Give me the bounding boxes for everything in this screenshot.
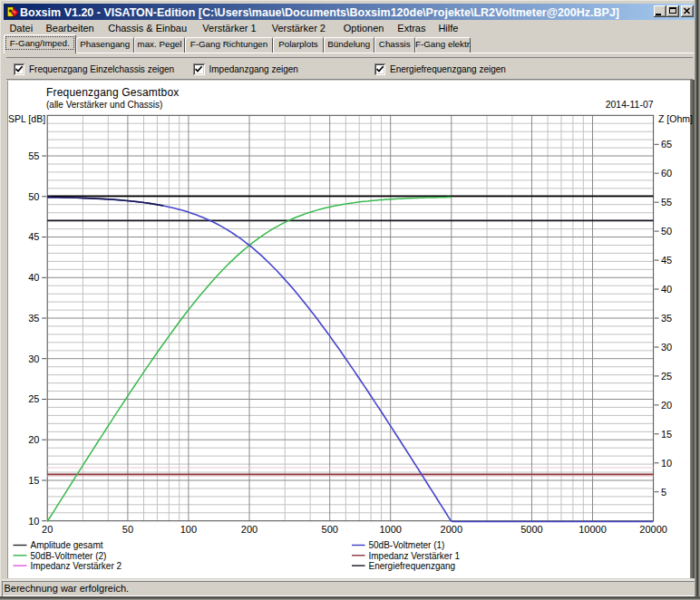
svg-text:10: 10 <box>661 458 672 469</box>
svg-text:10000: 10000 <box>578 524 607 535</box>
svg-text:15: 15 <box>661 429 672 440</box>
svg-text:55: 55 <box>661 197 672 208</box>
svg-text:2014-11-07: 2014-11-07 <box>606 99 654 110</box>
svg-text:35: 35 <box>661 313 672 324</box>
svg-text:50: 50 <box>28 191 39 202</box>
svg-text:50dB-Voltmeter (2): 50dB-Voltmeter (2) <box>31 551 107 561</box>
svg-text:20: 20 <box>28 434 39 445</box>
svg-text:65: 65 <box>661 139 672 150</box>
svg-text:500: 500 <box>322 524 338 535</box>
svg-text:40: 40 <box>661 284 672 295</box>
svg-text:50: 50 <box>122 524 133 535</box>
svg-text:Amplitude gesamt: Amplitude gesamt <box>31 540 103 550</box>
svg-text:2000: 2000 <box>441 524 462 535</box>
svg-text:20: 20 <box>661 400 672 411</box>
svg-text:30: 30 <box>28 353 39 364</box>
svg-text:55: 55 <box>28 150 39 161</box>
svg-text:50dB-Voltmeter (1): 50dB-Voltmeter (1) <box>369 540 445 550</box>
svg-text:Energiefrequenzgang: Energiefrequenzgang <box>369 561 456 571</box>
svg-text:20000: 20000 <box>639 524 667 535</box>
svg-text:25: 25 <box>661 371 672 382</box>
svg-text:50: 50 <box>661 226 672 237</box>
svg-text:100: 100 <box>180 524 197 535</box>
svg-text:20: 20 <box>42 524 53 535</box>
svg-text:Z [Ohm]: Z [Ohm] <box>658 113 693 124</box>
svg-text:5: 5 <box>661 487 666 498</box>
svg-text:45: 45 <box>661 255 672 266</box>
svg-text:30: 30 <box>661 342 672 353</box>
svg-text:SPL [dB]: SPL [dB] <box>8 113 45 124</box>
svg-text:(alle Verstärker und Chassis): (alle Verstärker und Chassis) <box>46 100 162 110</box>
svg-text:40: 40 <box>28 272 39 283</box>
svg-text:200: 200 <box>241 524 258 535</box>
svg-text:Frequenzgang Gesamtbox: Frequenzgang Gesamtbox <box>46 86 179 99</box>
svg-text:5000: 5000 <box>520 524 542 535</box>
svg-text:35: 35 <box>28 313 39 324</box>
svg-text:45: 45 <box>28 231 39 242</box>
svg-text:15: 15 <box>28 475 39 486</box>
svg-text:60: 60 <box>661 168 672 179</box>
svg-text:Impedanz Verstärker 1: Impedanz Verstärker 1 <box>369 551 461 561</box>
svg-text:25: 25 <box>28 393 39 404</box>
svg-text:Impedanz Verstärker 2: Impedanz Verstärker 2 <box>31 561 122 571</box>
svg-text:1000: 1000 <box>379 524 401 535</box>
svg-text:10: 10 <box>28 516 39 527</box>
